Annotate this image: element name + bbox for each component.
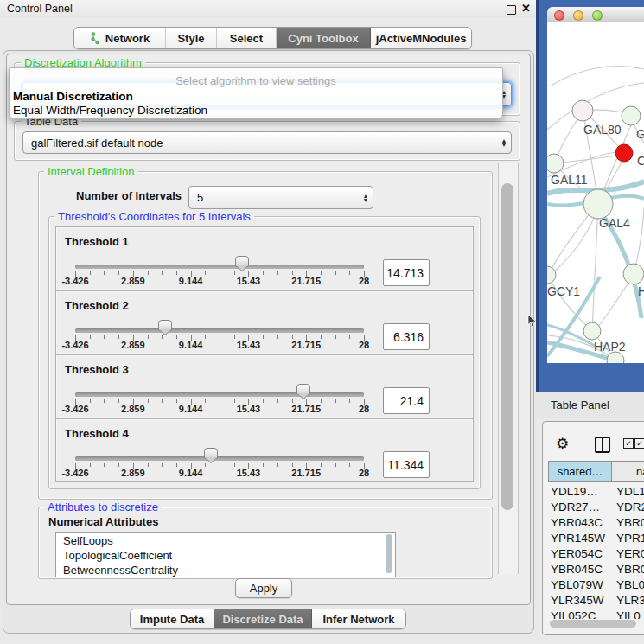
dock-title: Control Panel — [7, 3, 73, 15]
list-item[interactable]: BetweennessCentrality — [56, 563, 395, 577]
slider-tick — [162, 271, 163, 275]
dropdown-option-manual[interactable]: Manual Discretization — [12, 90, 497, 103]
slider-tick — [335, 335, 336, 339]
cell-shared-name: YER054C — [551, 546, 603, 562]
close-icon[interactable]: ✕ — [521, 2, 531, 15]
cell-name: YLR3 — [616, 593, 644, 609]
table-row[interactable]: YPR145WYPR1 — [548, 531, 644, 546]
table-row[interactable]: YBL079WYBL0 — [548, 577, 644, 593]
slider-tick — [148, 399, 149, 403]
node-label: GAL11 — [551, 173, 588, 187]
slider-tick — [220, 463, 220, 467]
slider-tick-label: 28 — [359, 404, 369, 414]
cell-shared-name: YPR145W — [551, 531, 605, 546]
slider-tick-label: 15.43 — [237, 340, 261, 350]
table-row[interactable]: YIL052CYIL0 — [548, 609, 644, 619]
checkbox-icon[interactable]: ✓ — [623, 438, 634, 449]
apply-button[interactable]: Apply — [235, 578, 292, 598]
node-gal80 — [572, 100, 593, 121]
table-row[interactable]: YER054CYER0 — [548, 546, 644, 562]
threshold-value-field[interactable]: 11.344 — [383, 451, 430, 478]
slider-tick-label: 21.715 — [291, 276, 321, 286]
tab-select[interactable]: Select — [217, 28, 277, 48]
table-panel-titlebar: Table Panel — [536, 392, 644, 418]
dropdown-option-equal-width[interactable]: Equal Width/Frequency Discretization — [12, 104, 497, 117]
tab-cyni-toolbox[interactable]: Cyni Toolbox — [277, 28, 371, 48]
tab-impute-data[interactable]: Impute Data — [131, 609, 214, 628]
slider-tick-label: -3.426 — [61, 404, 88, 414]
slider-tick — [148, 463, 149, 467]
num-intervals-combobox[interactable]: 5 ▲▼ — [188, 186, 373, 209]
table-row[interactable]: YBR043CYBR0 — [548, 515, 644, 531]
slider-tick-label: 21.715 — [291, 468, 321, 478]
mouse-cursor — [527, 315, 537, 331]
columns-icon[interactable] — [595, 437, 610, 453]
slider-tick — [335, 399, 336, 403]
slider-tick — [220, 335, 220, 339]
table-row[interactable]: YBR045CYBR0 — [548, 562, 644, 577]
slider-tick-label: 2.859 — [121, 404, 145, 414]
attributes-group-title: Attributes to discretize — [44, 501, 162, 513]
column-header-name[interactable]: na — [611, 461, 644, 482]
slider-thumb[interactable] — [296, 384, 310, 395]
column-header-shared-name[interactable]: shared… — [548, 461, 612, 482]
table-row[interactable]: YDR27…YDR2 — [548, 500, 644, 515]
cell-name: YIL0 — [616, 609, 641, 619]
close-traffic-light-icon[interactable] — [554, 10, 564, 21]
list-item[interactable]: TopologicalCoefficient — [56, 548, 395, 563]
threshold-3-row: Threshold 3 -3.4262.8599.14415.4321.7152… — [55, 354, 474, 418]
tab-jactivemnodules[interactable]: jActiveMNodules — [371, 28, 471, 48]
slider-tick — [90, 335, 91, 339]
table-data-combobox[interactable]: galFiltered.sif default node ▲▼ — [22, 131, 512, 154]
checkbox-icon[interactable]: ✓ — [634, 438, 644, 449]
list-scrollbar[interactable] — [386, 534, 392, 573]
network-canvas[interactable]: GAL80 GA C GAL11 GAL4 GCY1 H HAP2 — [547, 22, 644, 363]
node-label: C — [637, 154, 644, 168]
tab-infer-network[interactable]: Infer Network — [312, 609, 405, 628]
threshold-value-field[interactable]: 21.4 — [383, 387, 430, 414]
table-row[interactable]: YDL19…YDL1 — [548, 484, 644, 500]
minimize-traffic-light-icon[interactable] — [573, 10, 583, 21]
numerical-attributes-label: Numerical Attributes — [48, 515, 158, 528]
slider-tick — [335, 271, 336, 275]
slider-thumb[interactable] — [204, 448, 218, 459]
float-window-icon[interactable] — [507, 5, 516, 15]
cyni-mode-tabs: Impute Data Discretize Data Infer Networ… — [130, 609, 406, 629]
slider-tick — [263, 399, 264, 403]
table-row[interactable]: YLR345WYLR3 — [548, 593, 644, 609]
slider-tick — [292, 335, 293, 339]
slider-tick — [277, 399, 278, 403]
slider-tick — [292, 463, 293, 467]
threshold-value-field[interactable]: 6.316 — [383, 323, 430, 350]
table-hscrollbar-thumb[interactable] — [550, 620, 636, 628]
slider-thumb[interactable] — [235, 256, 249, 267]
slider-tick — [220, 271, 220, 275]
cell-name: YPR1 — [616, 531, 644, 546]
tab-style[interactable]: Style — [166, 28, 217, 48]
list-item[interactable]: SelfLoops — [56, 533, 395, 548]
threshold-4-row: Threshold 4 -3.4262.8599.14415.4321.7152… — [55, 418, 474, 482]
slider-tick — [90, 399, 91, 403]
network-window-titlebar[interactable] — [547, 7, 644, 22]
threshold-2-row: Threshold 2 -3.4262.8599.14415.4321.7152… — [55, 290, 474, 354]
slider-tick — [104, 335, 105, 339]
tab-network[interactable]: Network — [74, 28, 166, 48]
threshold-value-field[interactable]: 14.713 — [383, 259, 430, 286]
numerical-attributes-list[interactable]: SelfLoopsTopologicalCoefficientBetweenne… — [55, 532, 396, 577]
gear-icon[interactable]: ⚙ — [556, 435, 569, 453]
num-intervals-label: Number of Intervals — [76, 189, 182, 202]
slider-tick — [234, 463, 235, 467]
slider-thumb[interactable] — [158, 320, 172, 331]
cell-name: YBR0 — [616, 562, 644, 577]
node-gal4 — [583, 189, 613, 219]
network-nodes[interactable] — [547, 100, 644, 363]
node-h — [623, 264, 644, 284]
slider-tick — [321, 399, 322, 403]
panel-scrollbar-thumb[interactable] — [501, 183, 513, 510]
slider-tick — [176, 335, 177, 339]
zoom-traffic-light-icon[interactable] — [592, 10, 603, 21]
node-gcy1 — [547, 266, 556, 284]
slider-tick-label: 15.43 — [237, 404, 261, 414]
slider-tick-label: 15.43 — [237, 276, 261, 286]
tab-discretize-data[interactable]: Discretize Data — [214, 609, 312, 628]
